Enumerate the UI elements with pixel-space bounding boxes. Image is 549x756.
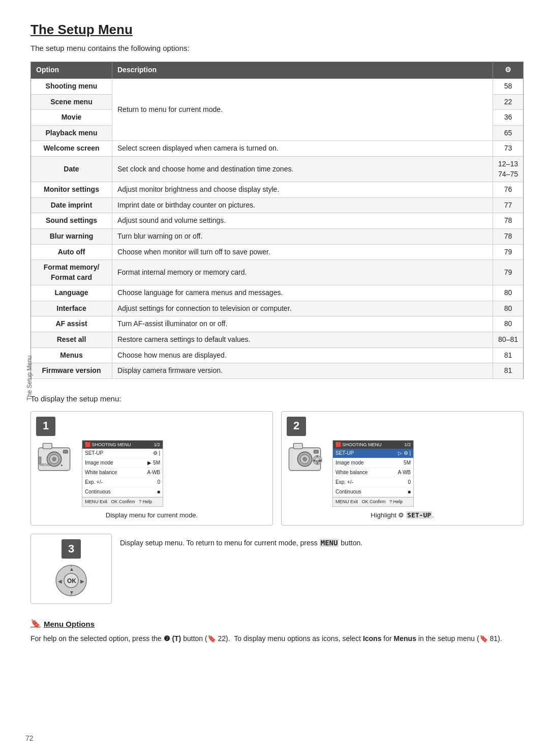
step-3-text: Display setup menu. To return to menu fo… [120,534,362,548]
table-cell-page: 22 [493,94,524,110]
svg-text:▶: ▶ [320,458,322,462]
svg-point-30 [70,594,72,596]
table-cell-option: Auto off [31,244,112,260]
step-3-box: 3 OK ▲ ▼ ◀ ▶ [30,534,112,604]
svg-point-29 [70,565,72,567]
table-cell-page: 36 [493,110,524,126]
step-2-caption: Highlight ⚙ SET-UP. [287,511,518,520]
svg-text:MENU: MENU [40,463,50,467]
svg-rect-1 [43,443,52,449]
table-cell-option: Date [31,156,112,182]
table-row: Monitor settingsAdjust monitor brightnes… [31,182,524,198]
svg-text:▼: ▼ [316,461,319,465]
table-cell-option: Blur warning [31,228,112,244]
steps-1-2: 1 MENU ▶ 🟥 SHOOTING MENU1/2 SET-U [30,411,524,526]
table-cell-page: 79 [493,260,524,285]
svg-text:▲: ▲ [316,454,319,457]
table-cell-page: 77 [493,197,524,213]
sidebar-label: The Setup Menu [25,356,34,401]
table-cell-option: Reset all [31,332,112,348]
table-row: Blur warningTurn blur warning on or off.… [31,228,524,244]
step-1-box: 1 MENU ▶ 🟥 SHOOTING MENU1/2 SET-U [30,411,273,526]
table-cell-description: Choose how menus are displayed. [112,347,493,363]
table-cell-option: Monitor settings [31,182,112,198]
table-cell-page: 65 [493,125,524,141]
camera-diagram-1: MENU ▶ [36,440,77,478]
table-cell-description: Adjust monitor brightness and choose dis… [112,182,493,198]
table-row: LanguageChoose language for camera menus… [31,285,524,301]
table-row: Sound settingsAdjust sound and volume se… [31,213,524,229]
table-cell-page: 78 [493,213,524,229]
table-row: Auto offChoose when monitor will turn of… [31,244,524,260]
table-cell-page: 80 [493,316,524,332]
table-cell-description: Adjust settings for connection to televi… [112,301,493,316]
svg-rect-5 [63,450,68,453]
table-cell-description: Adjust sound and volume settings. [112,213,493,229]
svg-rect-10 [293,443,302,449]
menu-screen-2: 🟥 SHOOTING MENU1/2 SET-UP▷ ⚙ | Image mod… [332,440,414,507]
svg-point-4 [52,457,56,461]
col-option: Option [31,62,112,79]
options-table: Option Description ⚙ Shooting menuReturn… [30,62,524,379]
table-cell-option: AF assist [31,316,112,332]
menu-options-title: 🔖 Menu Options [30,618,524,629]
table-row: MenusChoose how menus are displayed.81 [31,347,524,363]
table-row: InterfaceAdjust settings for connection … [31,301,524,316]
table-cell-option: Interface [31,301,112,316]
table-cell-option: Language [31,285,112,301]
page-title: The Setup Menu [30,20,524,39]
table-row: Format memory/ Format cardFormat interna… [31,260,524,285]
ok-button-diagram: OK ▲ ▼ ◀ ▶ [53,563,89,598]
table-cell-description: Choose language for camera menus and mes… [112,285,493,301]
table-row: Welcome screenSelect screen displayed wh… [31,141,524,157]
table-cell-description: Display camera firmware version. [112,363,493,379]
svg-rect-14 [314,450,318,453]
step-1-caption: Display menu for current mode. [36,511,267,520]
svg-text:▲: ▲ [69,566,74,572]
col-description: Description [112,62,493,79]
table-cell-option: Shooting menu [31,78,112,94]
table-cell-page: 80 [493,285,524,301]
table-row: Date imprintImprint date or birthday cou… [31,197,524,213]
table-cell-page: 78 [493,228,524,244]
table-cell-option: Movie [31,110,112,126]
table-cell-page: 81 [493,347,524,363]
table-cell-option: Menus [31,347,112,363]
table-cell-description: Choose when monitor will turn off to sav… [112,244,493,260]
menu-options-section: 🔖 Menu Options For help on the selected … [30,618,524,644]
table-cell-option: Sound settings [31,213,112,229]
table-cell-option: Firmware version [31,363,112,379]
step-1-number: 1 [36,417,55,436]
svg-text:◀: ◀ [313,458,315,462]
step-2-box: 2 OK ▲ ▼ ◀ ▶ [281,411,524,526]
table-row: AF assistTurn AF-assist illuminator on o… [31,316,524,332]
table-cell-description: Turn blur warning on or off. [112,228,493,244]
table-cell-option: Format memory/ Format card [31,260,112,285]
table-cell-page: 76 [493,182,524,198]
table-cell-page: 80 [493,301,524,316]
table-cell-page: 58 [493,78,524,94]
menu-screen-1: 🟥 SHOOTING MENU1/2 SET-UP⚙ | Image mode▶… [82,440,163,507]
step-2-number: 2 [287,417,306,436]
svg-text:◀: ◀ [58,578,62,584]
camera-diagram-2: OK ▲ ▼ ◀ ▶ [287,440,327,478]
table-cell-description: Imprint date or birthday counter on pict… [112,197,493,213]
svg-point-13 [302,457,307,461]
table-cell-option: Welcome screen [31,141,112,157]
steps-intro: To display the setup menu: [30,393,524,404]
svg-text:▶: ▶ [80,578,84,584]
table-cell-description: Format internal memory or memory card. [112,260,493,285]
svg-text:▶: ▶ [61,463,63,467]
table-cell-description: Set clock and choose home and destinatio… [112,156,493,182]
menu-options-icon: 🔖 [30,618,41,629]
table-cell-description: Return to menu for current mode. [112,78,493,140]
table-cell-page: 80–81 [493,332,524,348]
table-cell-description: Restore camera settings to default value… [112,332,493,348]
step-3-number: 3 [62,539,81,559]
svg-text:OK: OK [67,577,76,585]
table-cell-option: Date imprint [31,197,112,213]
col-page: ⚙ [493,62,524,79]
page-subtitle: The setup menu contains the following op… [30,43,524,53]
table-cell-option: Scene menu [31,94,112,110]
table-row: Firmware versionDisplay camera firmware … [31,363,524,379]
